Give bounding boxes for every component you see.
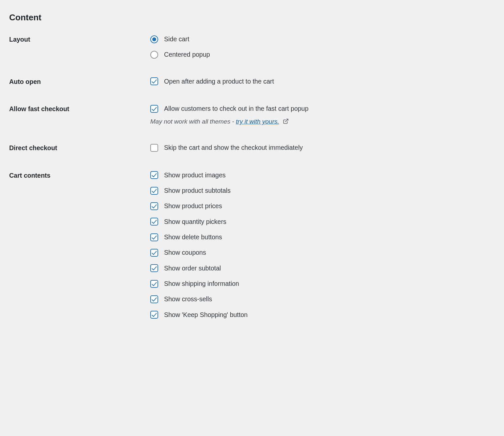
option-layout-side-cart[interactable]: Side cart (150, 35, 495, 43)
checkbox-show-delete-buttons[interactable] (150, 233, 158, 241)
option-cart-contents-8[interactable]: Show cross-sells (150, 295, 495, 303)
row-layout: Layout Side cart Centered popup (9, 35, 495, 59)
option-label: Show delete buttons (164, 233, 222, 241)
checkbox-show-shipping-information[interactable] (150, 280, 158, 288)
field-direct-checkout: Skip the cart and show the checkout imme… (150, 144, 495, 152)
option-cart-contents-0[interactable]: Show product images (150, 171, 495, 179)
field-cart-contents: Show product images Show product subtota… (150, 171, 495, 319)
option-cart-contents-1[interactable]: Show product subtotals (150, 187, 495, 195)
checkbox-show-keep-shopping-button[interactable] (150, 311, 158, 319)
hint-fast-checkout: May not work with all themes - try it wi… (150, 118, 495, 125)
external-link-icon (283, 118, 289, 124)
option-label: Show coupons (164, 248, 206, 257)
row-auto-open: Auto open Open after adding a product to… (9, 77, 495, 86)
settings-page: Content Layout Side cart Centered popup … (0, 0, 504, 332)
option-label: Show 'Keep Shopping' button (164, 311, 248, 319)
option-label: Show product images (164, 171, 226, 179)
option-cart-contents-2[interactable]: Show product prices (150, 202, 495, 210)
row-label-layout: Layout (9, 35, 150, 44)
option-allow-fast-checkout[interactable]: Allow customers to check out in the fast… (150, 105, 495, 113)
checkbox-show-cross-sells[interactable] (150, 295, 158, 303)
checkbox-show-coupons[interactable] (150, 249, 158, 257)
field-layout: Side cart Centered popup (150, 35, 495, 59)
row-allow-fast-checkout: Allow fast checkout Allow customers to c… (9, 105, 495, 125)
option-label: Centered popup (164, 50, 210, 59)
row-direct-checkout: Direct checkout Skip the cart and show t… (9, 144, 495, 152)
field-auto-open: Open after adding a product to the cart (150, 77, 495, 86)
row-label-cart-contents: Cart contents (9, 171, 150, 180)
section-title: Content (9, 12, 495, 23)
option-cart-contents-4[interactable]: Show delete buttons (150, 233, 495, 241)
checkbox-auto-open[interactable] (150, 77, 158, 85)
option-label: Skip the cart and show the checkout imme… (164, 144, 303, 152)
option-label: Show product prices (164, 202, 222, 210)
svg-line-0 (285, 119, 288, 122)
option-layout-centered-popup[interactable]: Centered popup (150, 50, 495, 59)
option-cart-contents-5[interactable]: Show coupons (150, 248, 495, 257)
checkbox-show-product-subtotals[interactable] (150, 187, 158, 195)
option-cart-contents-7[interactable]: Show shipping information (150, 280, 495, 288)
option-label: Show order subtotal (164, 264, 221, 272)
option-label: Allow customers to check out in the fast… (164, 105, 308, 113)
radio-layout-side-cart[interactable] (150, 35, 158, 43)
option-label: Side cart (164, 35, 189, 43)
checkbox-direct-checkout[interactable] (150, 144, 158, 152)
row-cart-contents: Cart contents Show product images Show p… (9, 171, 495, 319)
checkbox-allow-fast-checkout[interactable] (150, 105, 158, 113)
radio-layout-centered-popup[interactable] (150, 51, 158, 59)
checkbox-show-order-subtotal[interactable] (150, 264, 158, 272)
hint-link-try-it[interactable]: try it with yours. (236, 118, 279, 125)
option-label: Open after adding a product to the cart (164, 77, 274, 86)
option-direct-checkout[interactable]: Skip the cart and show the checkout imme… (150, 144, 495, 152)
row-label-allow-fast-checkout: Allow fast checkout (9, 105, 150, 113)
option-label: Show product subtotals (164, 187, 231, 195)
hint-text: May not work with all themes - (150, 118, 236, 125)
option-label: Show shipping information (164, 280, 239, 288)
row-label-auto-open: Auto open (9, 77, 150, 86)
checkbox-show-quantity-pickers[interactable] (150, 218, 158, 226)
row-label-direct-checkout: Direct checkout (9, 144, 150, 152)
option-label: Show cross-sells (164, 295, 212, 303)
option-cart-contents-6[interactable]: Show order subtotal (150, 264, 495, 272)
option-cart-contents-9[interactable]: Show 'Keep Shopping' button (150, 311, 495, 319)
option-label: Show quantity pickers (164, 218, 226, 226)
option-auto-open[interactable]: Open after adding a product to the cart (150, 77, 495, 86)
checkbox-show-product-images[interactable] (150, 171, 158, 179)
checkbox-show-product-prices[interactable] (150, 202, 158, 210)
option-cart-contents-3[interactable]: Show quantity pickers (150, 218, 495, 226)
field-allow-fast-checkout: Allow customers to check out in the fast… (150, 105, 495, 125)
